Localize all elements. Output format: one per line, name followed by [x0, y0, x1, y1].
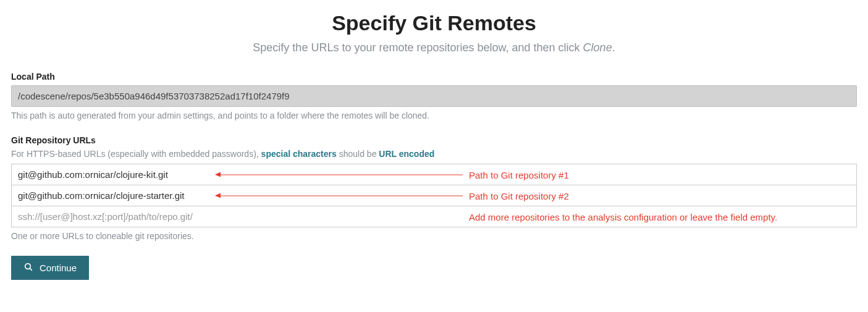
- local-path-help: This path is auto generated from your ad…: [11, 111, 857, 120]
- special-characters-link[interactable]: special characters: [261, 149, 337, 159]
- repo-url-input-3[interactable]: [12, 206, 856, 227]
- continue-button-label: Continue: [40, 263, 77, 273]
- repo-url-table: Path to Git repository #1 Path to Git re…: [11, 164, 857, 227]
- svg-line-1: [30, 268, 32, 270]
- git-urls-label: Git Repository URLs: [11, 135, 857, 145]
- repo-url-input-1[interactable]: [12, 164, 856, 185]
- local-path-section: Local Path This path is auto generated f…: [11, 72, 857, 120]
- search-icon: [23, 262, 33, 274]
- repo-url-input-2[interactable]: [12, 185, 856, 206]
- repo-url-row: Path to Git repository #2: [12, 185, 856, 206]
- git-urls-help: For HTTPS-based URLs (especially with em…: [11, 149, 857, 159]
- continue-button[interactable]: Continue: [11, 256, 89, 280]
- repo-url-row: Path to Git repository #1: [12, 164, 856, 185]
- git-urls-help-pre: For HTTPS-based URLs (especially with em…: [11, 149, 261, 159]
- local-path-label: Local Path: [11, 72, 857, 82]
- local-path-input: [11, 85, 857, 107]
- page-title: Specify Git Remotes: [11, 11, 857, 35]
- url-encoded-link[interactable]: URL encoded: [379, 149, 434, 159]
- subtitle-text-pre: Specify the URLs to your remote reposito…: [253, 41, 583, 54]
- repo-url-row: Add more repositories to the analysis co…: [12, 206, 856, 227]
- actions-bar: Continue: [11, 256, 857, 280]
- subtitle-text-post: .: [612, 41, 615, 54]
- git-urls-help-mid: should be: [337, 149, 379, 159]
- git-urls-footer-help: One or more URLs to cloneable git reposi…: [11, 231, 857, 241]
- git-urls-section: Git Repository URLs For HTTPS-based URLs…: [11, 135, 857, 241]
- page-subtitle: Specify the URLs to your remote reposito…: [11, 41, 857, 54]
- subtitle-clone-word: Clone: [583, 41, 612, 54]
- page-header: Specify Git Remotes Specify the URLs to …: [11, 11, 857, 54]
